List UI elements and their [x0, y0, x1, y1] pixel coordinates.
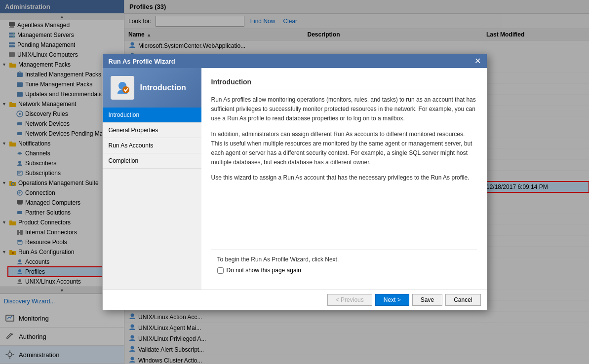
wizard-banner-icon [111, 76, 134, 100]
wizard-paragraph: Use this wizard to assign a Run As accou… [211, 173, 477, 182]
wizard-checkbox-row: Do not show this page again [217, 267, 471, 274]
wizard-overlay: Run As Profile Wizard ✕ Introduction [0, 0, 589, 364]
wizard-step[interactable]: Introduction [103, 108, 201, 123]
wizard-title-bar: Run As Profile Wizard ✕ [103, 54, 487, 68]
wizard-step[interactable]: General Properties [103, 123, 201, 138]
wizard-dialog: Run As Profile Wizard ✕ Introduction [102, 54, 487, 310]
wizard-step[interactable]: Completion [103, 153, 201, 169]
wizard-right-panel: Introduction Run As profiles allow monit… [201, 68, 487, 290]
wizard-section-title: Introduction [211, 78, 477, 89]
save-button[interactable]: Save [412, 294, 442, 306]
wizard-steps: IntroductionGeneral PropertiesRun As Acc… [103, 108, 201, 290]
wizard-banner-title: Introduction [140, 83, 186, 92]
wizard-body: Introduction IntroductionGeneral Propert… [103, 68, 487, 290]
wizard-footer: To begin the Run As Profile Wizard, clic… [211, 250, 477, 280]
wizard-title: Run As Profile Wizard [109, 58, 175, 65]
wizard-paragraph: In addition, administrators can assign d… [211, 130, 477, 168]
wizard-footer-note: To begin the Run As Profile Wizard, clic… [217, 256, 471, 263]
wizard-banner: Introduction [103, 68, 201, 108]
next-button[interactable]: Next > [375, 294, 409, 306]
svg-point-71 [122, 86, 129, 93]
previous-button[interactable]: < Previous [327, 294, 372, 306]
wizard-left-panel: Introduction IntroductionGeneral Propert… [103, 68, 201, 290]
wizard-buttons: < Previous Next > Save Cancel [103, 290, 487, 310]
dont-show-label: Do not show this page again [227, 267, 301, 274]
wizard-close-button[interactable]: ✕ [474, 57, 481, 65]
wizard-paragraph: Run As profiles allow monitoring operati… [211, 95, 477, 124]
dont-show-checkbox[interactable] [217, 267, 224, 274]
wizard-content: Run As profiles allow monitoring operati… [211, 95, 477, 250]
wizard-step[interactable]: Run As Accounts [103, 138, 201, 153]
cancel-button[interactable]: Cancel [445, 294, 480, 306]
